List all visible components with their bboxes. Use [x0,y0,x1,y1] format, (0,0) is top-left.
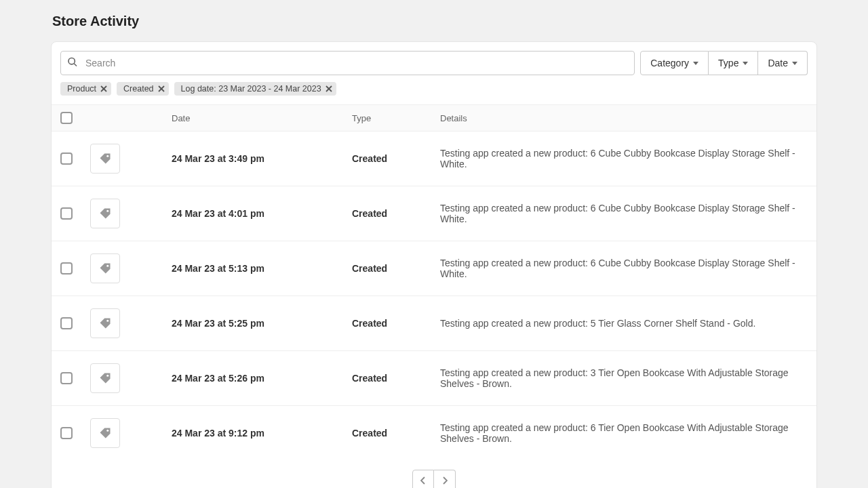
table-row[interactable]: 24 Mar 23 at 3:49 pm Created Testing app… [52,131,816,186]
tag-icon [99,262,111,274]
filter-category-button[interactable]: Category [640,51,709,75]
table-row[interactable]: 24 Mar 23 at 4:01 pm Created Testing app… [52,186,816,241]
chevron-down-icon [693,62,698,65]
row-date: 24 Mar 23 at 3:49 pm [172,153,352,164]
search-wrap [60,51,635,75]
page-title: Store Activity [51,14,817,29]
filter-label: Category [650,58,689,68]
row-details: Testing app created a new product: 6 Tie… [440,422,808,444]
filter-chip-product: Product [60,82,111,96]
search-input[interactable] [60,51,635,75]
chip-label: Log date: 23 Mar 2023 - 24 Mar 2023 [181,84,321,94]
column-details-header: Details [440,113,808,123]
filter-type-button[interactable]: Type [709,51,758,75]
chevron-down-icon [743,62,748,65]
select-all-checkbox[interactable] [60,112,73,124]
tag-icon [99,317,111,329]
row-item-icon-box [90,253,120,283]
tag-icon [99,427,111,439]
filter-label: Date [768,58,788,68]
row-type: Created [352,208,440,219]
row-date: 24 Mar 23 at 5:13 pm [172,263,352,274]
chip-label: Product [67,84,96,94]
chip-remove-icon[interactable] [326,85,332,92]
row-type: Created [352,263,440,274]
next-page-button[interactable] [434,470,456,488]
row-details: Testing app created a new product: 5 Tie… [440,318,808,329]
tag-icon [99,207,111,220]
svg-point-12 [106,375,108,377]
filter-chips: Product Created Log date: 23 Mar 2023 - … [52,75,816,104]
row-item-icon-box [90,144,120,174]
filter-button-group: Category Type Date [640,51,808,75]
row-item-icon-box [90,418,120,448]
tag-icon [99,372,111,384]
pagination [52,460,816,488]
table-row[interactable]: 24 Mar 23 at 5:13 pm Created Testing app… [52,241,816,296]
activity-card: Category Type Date Product [51,41,817,488]
table-body: 24 Mar 23 at 3:49 pm Created Testing app… [52,131,816,460]
table-row[interactable]: 24 Mar 23 at 5:26 pm Created Testing app… [52,351,816,406]
row-checkbox[interactable] [60,207,73,220]
chevron-left-icon [420,476,426,485]
row-details: Testing app created a new product: 6 Cub… [440,148,808,169]
chevron-right-icon [442,476,448,485]
chip-remove-icon[interactable] [100,85,107,92]
row-details: Testing app created a new product: 6 Cub… [440,203,808,224]
row-date: 24 Mar 23 at 4:01 pm [172,208,352,219]
row-type: Created [352,153,440,164]
tag-icon [99,152,111,165]
row-type: Created [352,428,440,439]
row-date: 24 Mar 23 at 5:25 pm [172,318,352,329]
table-header: Date Type Details [52,104,816,131]
table-row[interactable]: 24 Mar 23 at 5:25 pm Created Testing app… [52,296,816,351]
row-checkbox[interactable] [60,152,73,165]
chip-remove-icon[interactable] [158,85,165,92]
svg-point-13 [106,430,108,432]
prev-page-button[interactable] [412,470,434,488]
column-date-header: Date [172,113,352,123]
filter-chip-logdate: Log date: 23 Mar 2023 - 24 Mar 2023 [174,82,336,96]
row-item-icon-box [90,199,120,228]
filter-label: Type [718,58,738,68]
chevron-down-icon [792,62,797,65]
svg-point-10 [106,265,108,267]
filter-date-button[interactable]: Date [758,51,808,75]
row-type: Created [352,373,440,384]
row-checkbox[interactable] [60,262,73,274]
row-date: 24 Mar 23 at 5:26 pm [172,373,352,384]
toolbar: Category Type Date [52,42,816,75]
row-date: 24 Mar 23 at 9:12 pm [172,428,352,439]
row-item-icon-box [90,308,120,338]
row-type: Created [352,318,440,329]
row-item-icon-box [90,363,120,393]
svg-point-8 [106,155,108,157]
chip-label: Created [123,84,153,94]
row-details: Testing app created a new product: 3 Tie… [440,367,808,389]
table-row[interactable]: 24 Mar 23 at 9:12 pm Created Testing app… [52,406,816,460]
svg-point-9 [106,210,108,212]
row-checkbox[interactable] [60,372,73,384]
row-details: Testing app created a new product: 6 Cub… [440,258,808,279]
column-type-header: Type [352,113,440,123]
filter-chip-created: Created [117,82,168,96]
row-checkbox[interactable] [60,317,73,329]
row-checkbox[interactable] [60,427,73,439]
svg-point-11 [106,320,108,322]
